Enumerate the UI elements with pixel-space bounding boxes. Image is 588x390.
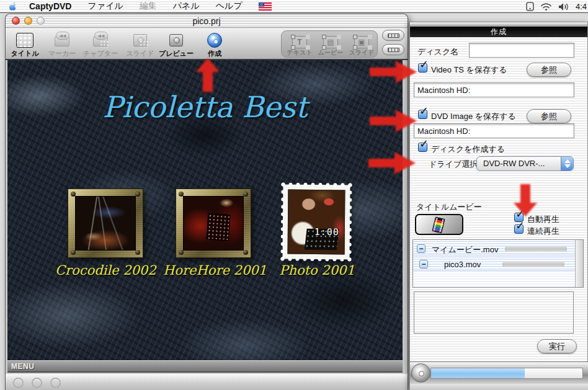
photo-singer: 1:00	[288, 190, 345, 255]
video-ts-path-field[interactable]	[414, 82, 574, 97]
wifi-icon[interactable]	[540, 2, 552, 11]
device-status-icon[interactable]	[526, 2, 534, 11]
dvd-image-browse-button[interactable]: 参照	[527, 109, 571, 123]
row-duration-bar	[505, 246, 567, 252]
text-frame-icon: T	[292, 36, 307, 48]
insert-text-button: T テキスト	[284, 32, 315, 57]
photo-horehore	[183, 196, 244, 250]
disc-name-input[interactable]	[469, 43, 574, 58]
preview-icon	[167, 33, 185, 48]
apple-menu-icon[interactable]	[9, 1, 18, 12]
film-strip-icon	[432, 216, 445, 233]
footer-oval-button[interactable]	[32, 378, 42, 388]
thumbnail-crocodile-2002[interactable]	[68, 188, 143, 258]
dvd-image-path-field[interactable]	[414, 123, 574, 138]
remote-control-button[interactable]	[382, 44, 404, 55]
volume-icon[interactable]	[558, 2, 569, 11]
panel-bottom-bar	[410, 361, 588, 384]
panel-top-edge[interactable]	[410, 22, 587, 27]
create-disc-checkbox[interactable]: ✓	[418, 143, 427, 152]
disc-status-icon	[411, 363, 430, 383]
video-ts-checkbox[interactable]: ✓	[418, 63, 427, 73]
thumbnail-horehore-2001[interactable]	[176, 188, 251, 258]
footer-oval-button[interactable]	[13, 378, 24, 388]
title-movie-label: タイトルムービー	[416, 202, 482, 213]
continuous-play-checkbox[interactable]: ✓	[514, 224, 523, 234]
panel-footer	[410, 384, 588, 390]
disc-name-label: ディスク名	[417, 47, 458, 58]
insert-movie-button: ▤ ムービー	[315, 32, 346, 57]
movie-frame-icon: ▤	[323, 36, 338, 48]
collapse-icon[interactable]: −	[419, 260, 428, 268]
menu-panel[interactable]: パネル	[173, 1, 200, 12]
time-overlay: 1:00	[314, 226, 339, 237]
create-panel: 作成 ディスク名 ✓ Video TS を保存する 参照 ✓ DVD Image…	[409, 22, 588, 390]
photo-crocodile	[75, 196, 136, 250]
dvd-image-checkbox[interactable]: ✓	[418, 110, 427, 119]
menu-clock[interactable]: 4:4	[576, 2, 587, 11]
remote-glyph-icon	[388, 48, 399, 52]
toolbar-preview-button[interactable]: プレビュー	[158, 30, 194, 58]
dvd-menu-title[interactable]: Picoletta Best	[7, 90, 403, 124]
window-title: pico.prj	[6, 16, 408, 26]
window-title-bar[interactable]: pico.prj	[6, 14, 408, 28]
list-scrollbar[interactable]	[575, 240, 583, 287]
slide-icon	[131, 33, 149, 48]
input-language-flag-icon[interactable]	[259, 2, 272, 11]
menu-edit: 編集	[140, 1, 157, 12]
chapter-icon: ◀◀	[92, 33, 109, 48]
status-group-box	[414, 291, 574, 334]
video-ts-label: Video TS を保存する	[431, 64, 507, 76]
popup-stepper-icon	[561, 157, 573, 171]
thumbnail-label: HoreHore 2001	[163, 263, 262, 278]
footer-oval-button[interactable]	[50, 378, 61, 388]
dvd-image-label: DVD Image を保存する	[431, 111, 516, 122]
panel-title: 作成	[410, 27, 587, 37]
drive-select-label: ドライブ選択	[429, 159, 478, 170]
annotation-arrow-up-create	[196, 58, 220, 92]
toolbar-create-button[interactable]: 作成	[197, 30, 233, 58]
window-footer	[6, 374, 408, 390]
thumbnail-label: Crocodile 2002	[55, 263, 154, 278]
create-disc-icon	[206, 33, 223, 48]
menu-file[interactable]: ファイル	[87, 1, 123, 12]
progress-bar	[430, 368, 583, 379]
toolbar-marker-button: ◀◀ マーカー	[44, 30, 80, 58]
insert-slide-button: ▣ スライド	[346, 32, 377, 57]
movie-list[interactable]: − マイムービー.mov − pico3.mov	[412, 239, 584, 288]
video-ts-browse-button[interactable]: 参照	[527, 63, 571, 77]
drive-select-popup[interactable]: DVD-RW DVR-...	[476, 156, 574, 171]
toolbar-chapter-button: ◀◀ チャプター	[82, 30, 118, 58]
main-toolbar: タイトル ◀◀ マーカー ◀◀ チャプター スライド プレビュー 作成 T テキ…	[6, 28, 408, 60]
monitor-glyph-icon	[388, 33, 399, 38]
dvd-menu-canvas[interactable]: Picoletta Best 1:00 Crocodile 2002 HoreH…	[7, 60, 403, 360]
preview-monitor-button[interactable]	[382, 30, 404, 41]
movie-name: マイムービー.mov	[432, 244, 498, 255]
slide-frame-icon: ▣	[354, 36, 369, 48]
run-button[interactable]: 実行	[537, 339, 577, 353]
movie-name: pico3.mov	[444, 260, 481, 269]
toolbar-slide-button: スライド	[122, 30, 158, 58]
annotation-arrow-drive-select	[368, 152, 416, 174]
title-movie-button[interactable]	[415, 214, 463, 235]
progress-fill	[431, 368, 525, 378]
row-duration-bar	[502, 262, 564, 267]
menu-name-bar: MENU	[7, 360, 403, 373]
marker-icon: ◀◀	[53, 33, 71, 48]
drive-select-value: DVD-RW DVR-...	[483, 159, 545, 168]
annotation-arrow-auto-play	[514, 184, 537, 216]
collapse-icon[interactable]: −	[417, 244, 425, 253]
title-grid-icon	[16, 33, 33, 48]
annotation-arrow-dvd-image	[370, 110, 417, 132]
movie-list-row[interactable]: − pico3.mov	[413, 257, 576, 271]
thumbnail-label: Photo 2001	[277, 263, 357, 278]
insert-tool-group: T テキスト ▤ ムービー ▣ スライド	[281, 30, 378, 58]
annotation-arrow-video-ts	[370, 61, 417, 83]
app-menu[interactable]: CaptyDVD	[29, 1, 71, 11]
toolbar-title-button[interactable]: タイトル	[7, 30, 43, 58]
thumbnail-photo-2001[interactable]: 1:00	[282, 185, 350, 260]
movie-list-row[interactable]: − マイムービー.mov	[413, 241, 576, 255]
menu-help[interactable]: ヘルプ	[216, 1, 243, 12]
create-disc-label: ディスクを作成する	[431, 144, 505, 155]
continuous-play-label: 連続再生	[527, 226, 559, 237]
